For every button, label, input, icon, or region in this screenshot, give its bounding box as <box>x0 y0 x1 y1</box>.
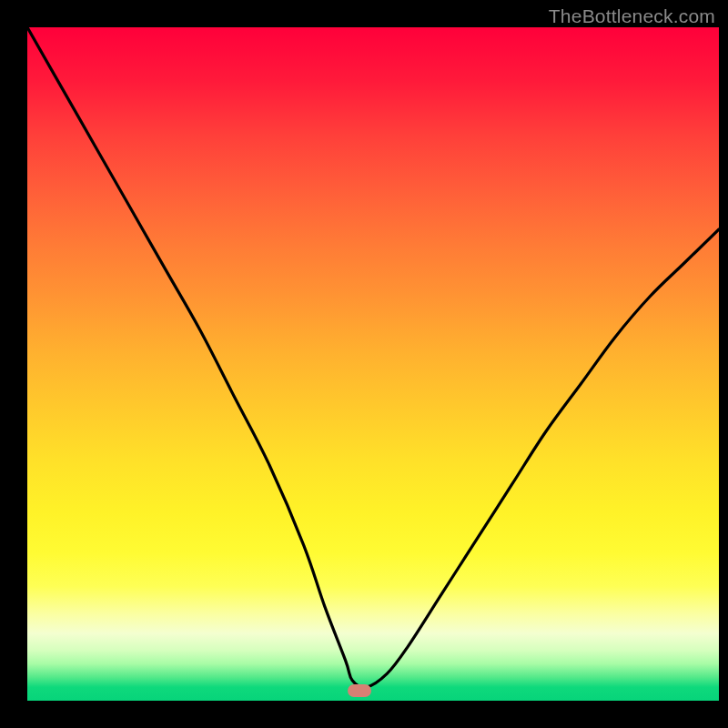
attribution-text: TheBottleneck.com <box>549 5 715 27</box>
chart-frame: TheBottleneck.com <box>0 0 728 728</box>
bottleneck-curve <box>27 27 719 701</box>
plot-area <box>27 27 719 701</box>
minimum-marker <box>348 684 371 697</box>
